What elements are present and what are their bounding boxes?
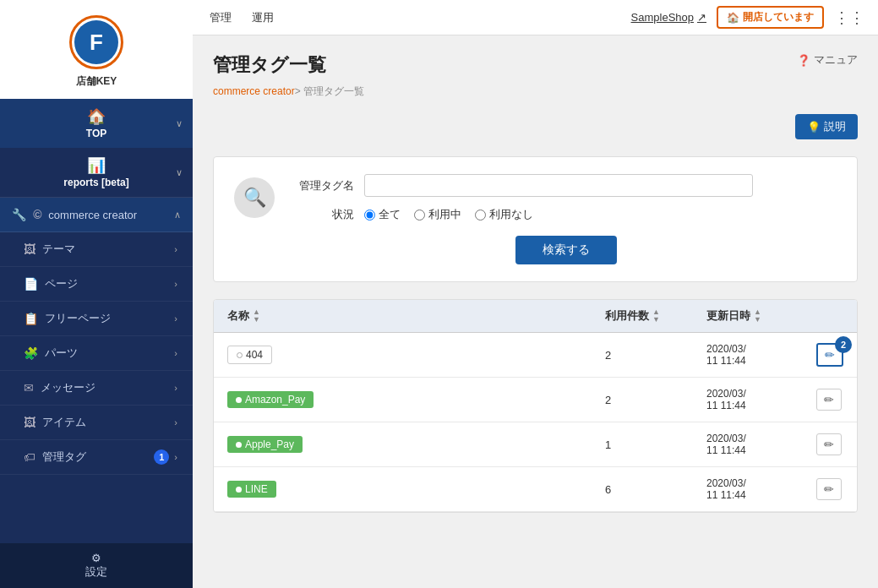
header-link-admin[interactable]: 管理 xyxy=(206,10,235,25)
shop-status-button[interactable]: 🏠 開店しています xyxy=(717,6,824,29)
action-cell: ✏ xyxy=(803,467,857,512)
store-icon: 🏠 xyxy=(727,12,739,24)
chevron-right-icon-item: › xyxy=(174,417,177,427)
tag-name-input[interactable] xyxy=(364,174,753,197)
sidebar-item-admin-tag[interactable]: 🏷 管理タグ 1 › xyxy=(0,440,193,475)
edit-button-3[interactable]: ✏ xyxy=(816,433,842,455)
col-action-header xyxy=(803,300,857,333)
manual-link[interactable]: ❓ マニュア xyxy=(797,52,858,68)
tag-name-cell: Amazon_Pay xyxy=(214,378,592,422)
sidebar-commerce-label: commerce creator xyxy=(48,209,137,221)
admin-tag-left: 🏷 管理タグ xyxy=(24,449,86,465)
settings-label: 設定 xyxy=(85,564,107,580)
usage-cell: 2 xyxy=(592,333,693,378)
sidebar-item-page[interactable]: 📄 ページ › xyxy=(0,267,193,302)
col-updated-header: 更新日時 ▲▼ xyxy=(693,300,803,333)
radio-group: 全て 利用中 利用なし xyxy=(364,207,533,222)
table-row: Apple_Pay 1 2020/03/ 11 11:44 ✏ xyxy=(214,422,857,467)
table-row: LINE 6 2020/03/ 11 11:44 ✏ xyxy=(214,467,857,512)
page-label: ページ xyxy=(45,276,78,291)
page-content: 管理タグ一覧 ❓ マニュア commerce creator> 管理タグ一覧 💡… xyxy=(193,35,878,588)
breadcrumb-parent[interactable]: commerce creator xyxy=(213,85,295,97)
radio-inactive[interactable]: 利用なし xyxy=(475,207,533,222)
freepage-icon: 📋 xyxy=(24,312,38,325)
tag-green-badge: LINE xyxy=(227,481,276,498)
tag-outline-badge: 404 xyxy=(227,346,272,364)
sidebar-item-settings[interactable]: ⚙ 設定 xyxy=(0,543,193,588)
action-cell: ✏ xyxy=(803,422,857,467)
updated-cell: 2020/03/ 11 11:44 xyxy=(693,422,803,467)
page-icon: 📄 xyxy=(24,277,38,291)
radio-active[interactable]: 利用中 xyxy=(414,207,461,222)
table-row: Amazon_Pay 2 2020/03/ 11 11:44 ✏ xyxy=(214,378,857,422)
wrench-icon: 🔧 xyxy=(12,208,26,221)
lightbulb-icon: 💡 xyxy=(807,121,821,133)
tag-name-label: 管理タグ名 xyxy=(295,178,354,193)
search-fields: 管理タグ名 状況 全て 利用中 利用なし xyxy=(295,174,837,264)
action-cell: ✏ 2 xyxy=(803,333,857,378)
tag-name-cell: Apple_Pay xyxy=(214,422,592,467)
sort-arrows-name[interactable]: ▲▼ xyxy=(253,308,260,324)
theme-left: 🖼 テーマ xyxy=(24,242,75,257)
chevron-down-icon: ∨ xyxy=(176,118,183,129)
sidebar-item-reports[interactable]: 📊 reports [beta] ∨ xyxy=(0,148,193,198)
chevron-right-icon-message: › xyxy=(174,383,177,393)
settings-icon: ⚙ xyxy=(91,552,101,564)
sidebar-item-freepage[interactable]: 📋 フリーページ › xyxy=(0,302,193,336)
parts-left: 🧩 パーツ xyxy=(24,346,78,361)
grid-icon[interactable]: ⋮⋮ xyxy=(834,8,864,27)
usage-cell: 1 xyxy=(592,422,693,467)
action-cell: ✏ xyxy=(803,378,857,422)
commerce-left: 🔧 © commerce creator xyxy=(12,208,137,221)
status-row: 状況 全て 利用中 利用なし xyxy=(295,207,837,222)
freepage-label: フリーページ xyxy=(45,311,111,326)
explain-button[interactable]: 💡 説明 xyxy=(795,114,858,139)
search-card: 🔍 管理タグ名 状況 全て 利用中 xyxy=(213,156,858,282)
question-icon: ❓ xyxy=(797,54,810,67)
step-badge: 2 xyxy=(835,336,852,353)
chevron-right-icon-tag: › xyxy=(174,452,177,462)
freepage-left: 📋 フリーページ xyxy=(24,311,111,326)
usage-cell: 6 xyxy=(592,467,693,512)
breadcrumb: commerce creator> 管理タグ一覧 xyxy=(213,84,858,99)
sidebar-item-commerce[interactable]: 🔧 © commerce creator ∧ xyxy=(0,198,193,232)
page-header: 管理タグ一覧 ❓ マニュア xyxy=(213,52,858,78)
tag-icon: 🏷 xyxy=(24,450,35,464)
sidebar-item-message[interactable]: ✉ メッセージ › xyxy=(0,371,193,406)
message-icon: ✉ xyxy=(24,381,34,395)
edit-button-2[interactable]: ✏ xyxy=(816,389,842,411)
message-label: メッセージ xyxy=(41,380,95,395)
message-left: ✉ メッセージ xyxy=(24,380,95,395)
sidebar-item-item[interactable]: 🖼 アイテム › xyxy=(0,406,193,440)
radio-all[interactable]: 全て xyxy=(364,207,401,222)
chevron-down-icon-reports: ∨ xyxy=(176,167,183,178)
reports-icon: 📊 xyxy=(87,156,106,175)
badge-dot xyxy=(236,487,242,493)
sort-arrows-updated[interactable]: ▲▼ xyxy=(754,308,761,324)
edit-button-4[interactable]: ✏ xyxy=(816,478,842,500)
updated-cell: 2020/03/ 11 11:44 xyxy=(693,378,803,422)
tag-name-cell: LINE xyxy=(214,467,592,512)
item-icon: 🖼 xyxy=(24,416,35,429)
main-content: 管理 運用 SampleShop ↗ 🏠 開店しています ⋮⋮ 管理タグ一覧 ❓… xyxy=(193,0,878,588)
tag-green-badge: Apple_Pay xyxy=(227,436,303,453)
top-header: 管理 運用 SampleShop ↗ 🏠 開店しています ⋮⋮ xyxy=(193,0,878,35)
updated-cell: 2020/03/ 11 11:44 xyxy=(693,333,803,378)
col-name-header: 名称 ▲▼ xyxy=(214,300,592,333)
chevron-up-icon: ∧ xyxy=(174,210,181,220)
store-key-label: 店舗KEY xyxy=(76,74,117,89)
parts-label: パーツ xyxy=(45,346,78,361)
updated-cell: 2020/03/ 11 11:44 xyxy=(693,467,803,512)
theme-icon: 🖼 xyxy=(24,242,35,256)
sort-arrows-usage[interactable]: ▲▼ xyxy=(652,308,660,324)
sidebar-logo: F 店舗KEY xyxy=(0,0,193,99)
sidebar-item-theme[interactable]: 🖼 テーマ › xyxy=(0,232,193,267)
sidebar-item-top[interactable]: 🏠 TOP ∨ xyxy=(0,99,193,148)
tag-name-row: 管理タグ名 xyxy=(295,174,837,197)
chevron-right-icon-page: › xyxy=(174,279,177,289)
search-button[interactable]: 検索する xyxy=(515,236,617,264)
sidebar-item-parts[interactable]: 🧩 パーツ › xyxy=(0,336,193,371)
outline-dot xyxy=(237,352,243,358)
header-link-operation[interactable]: 運用 xyxy=(248,10,277,25)
shop-name-link[interactable]: SampleShop ↗ xyxy=(631,11,706,24)
